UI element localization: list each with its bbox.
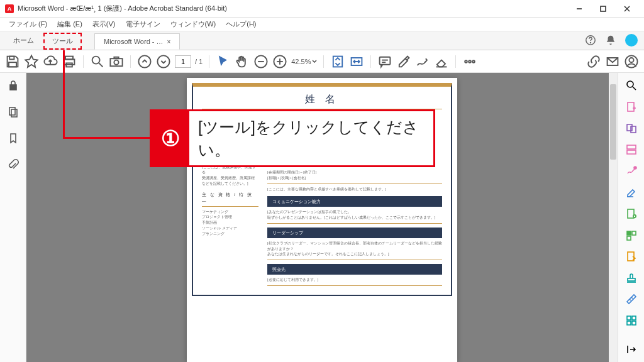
- more-tools-icon[interactable]: [625, 314, 638, 327]
- account-icon[interactable]: [624, 54, 639, 69]
- more-icon[interactable]: [462, 54, 477, 69]
- body-text: [あなたのプレゼンテーションは拍手の嵐でした。: [267, 209, 442, 215]
- cloud-upload-icon[interactable]: [43, 54, 58, 69]
- zoom-in-icon[interactable]: [272, 54, 287, 69]
- svg-line-12: [99, 63, 103, 67]
- toolbar: / 1 42.5%: [0, 50, 644, 73]
- help-icon[interactable]: [585, 35, 596, 46]
- camera-icon[interactable]: [109, 54, 124, 69]
- highlight-icon[interactable]: [396, 54, 411, 69]
- collapse-rail-icon[interactable]: [625, 343, 638, 356]
- organize-icon[interactable]: [625, 229, 638, 241]
- vertical-scrollbar[interactable]: [609, 73, 618, 362]
- tab-home[interactable]: ホーム: [4, 31, 43, 50]
- svg-point-34: [629, 58, 633, 62]
- svg-rect-15: [114, 57, 118, 58]
- svg-point-5: [590, 43, 591, 43]
- maximize-button[interactable]: [591, 0, 615, 18]
- page-up-icon[interactable]: [137, 54, 152, 69]
- svg-point-11: [92, 56, 100, 63]
- svg-rect-49: [627, 231, 631, 235]
- svg-rect-58: [632, 316, 636, 320]
- stamp-icon[interactable]: [625, 272, 638, 284]
- menu-help[interactable]: ヘルプ(H): [221, 19, 261, 29]
- find-icon[interactable]: [90, 54, 105, 69]
- svg-point-17: [157, 55, 169, 67]
- link-icon[interactable]: [586, 54, 601, 69]
- save-icon[interactable]: [5, 54, 20, 69]
- draw-icon[interactable]: [415, 54, 430, 69]
- export-pdf-icon[interactable]: [625, 207, 638, 220]
- section-bar: 照会先: [267, 264, 442, 275]
- fit-width-icon[interactable]: [349, 54, 364, 69]
- page-number-input[interactable]: [175, 55, 191, 68]
- svg-rect-43: [627, 145, 636, 149]
- annotation-callout: ① [ツール]をクリックしてください。: [150, 109, 435, 167]
- skills-heading: 主 な 資 格 / 特 技 —: [202, 192, 258, 207]
- exp-line: [在籍期間の開始日] – [終了日]: [267, 170, 442, 175]
- star-icon[interactable]: [24, 54, 39, 69]
- svg-point-29: [465, 60, 468, 63]
- titlebar: A Microsoft Word - æŒ/æ¹¸ 1 (保護) - Adobe…: [0, 0, 644, 18]
- lock-icon[interactable]: [7, 79, 19, 92]
- pointer-icon[interactable]: [216, 54, 231, 69]
- send-icon[interactable]: [625, 250, 638, 263]
- edit-pdf-icon[interactable]: [625, 143, 638, 156]
- minimize-button[interactable]: [567, 0, 591, 18]
- annotation-text: [ツール]をクリックしてください。: [189, 112, 433, 165]
- fill-sign-icon[interactable]: [625, 186, 638, 199]
- body-text: あなたは生まれながらのリーダーです。それをここに記入しましょう。]: [267, 251, 442, 257]
- svg-line-56: [631, 297, 633, 299]
- close-window-button[interactable]: [615, 0, 639, 18]
- annotation-line: [63, 50, 65, 138]
- tab-document[interactable]: Microsoft Word - … ×: [94, 33, 180, 50]
- section-bar: コミュニケーション能力: [267, 196, 442, 207]
- edu-line: などを記載してください。]: [202, 181, 258, 187]
- tab-tools[interactable]: ツール: [43, 33, 82, 50]
- zoom-out-icon[interactable]: [253, 54, 269, 69]
- svg-rect-40: [628, 102, 634, 111]
- annotation-line: [63, 137, 151, 139]
- body-text: 恥ずかしがることはありません。[これはどすばらしい成果だったか、ここで示すことが…: [267, 215, 442, 221]
- page-total: / 1: [195, 58, 203, 65]
- create-pdf-icon[interactable]: [625, 101, 638, 113]
- zoom-level[interactable]: 42.5%: [291, 58, 317, 65]
- menu-window[interactable]: ウィンドウ(W): [165, 19, 221, 29]
- scrollbar-thumb[interactable]: [610, 84, 616, 160]
- attachment-icon[interactable]: [7, 158, 19, 171]
- menu-file[interactable]: ファイル (F): [4, 19, 52, 29]
- thumbnails-icon[interactable]: [7, 106, 19, 118]
- avatar[interactable]: [625, 34, 638, 47]
- annotation-number: ①: [152, 111, 189, 165]
- hand-icon[interactable]: [235, 54, 250, 69]
- menu-sign[interactable]: 電子サイン: [121, 19, 165, 29]
- bookmark-icon[interactable]: [7, 132, 19, 145]
- fit-page-icon[interactable]: [330, 54, 345, 69]
- svg-rect-36: [9, 107, 15, 115]
- right-rail: [618, 73, 644, 362]
- combine-icon[interactable]: [625, 122, 638, 134]
- svg-rect-44: [627, 150, 636, 154]
- tabbar: ホーム ツール Microsoft Word - … ×: [0, 31, 644, 50]
- bell-icon[interactable]: [605, 35, 616, 46]
- menubar: ファイル (F) 編集 (E) 表示(V) 電子サイン ウィンドウ(W) ヘルプ…: [0, 18, 644, 31]
- svg-point-31: [473, 60, 475, 63]
- edu-line: 受講講座、受賞経歴、所属課程: [202, 175, 258, 181]
- svg-point-30: [469, 60, 472, 63]
- sign-icon[interactable]: [625, 165, 638, 177]
- mail-icon[interactable]: [605, 54, 620, 69]
- page-down-icon[interactable]: [156, 54, 171, 69]
- measure-icon[interactable]: [625, 293, 638, 305]
- erase-icon[interactable]: [434, 54, 449, 69]
- svg-rect-51: [627, 236, 631, 240]
- menu-edit[interactable]: 編集 (E): [52, 19, 87, 29]
- svg-rect-1: [601, 6, 606, 11]
- svg-line-39: [633, 87, 636, 90]
- exp-line: [役職] • [役職] • [会社名]: [267, 175, 442, 181]
- skill: 予算計画: [202, 220, 258, 226]
- search-icon[interactable]: [625, 79, 638, 92]
- comment-icon[interactable]: [377, 54, 392, 69]
- tab-close-icon[interactable]: ×: [167, 38, 171, 45]
- svg-point-16: [138, 55, 150, 67]
- menu-view[interactable]: 表示(V): [87, 19, 121, 29]
